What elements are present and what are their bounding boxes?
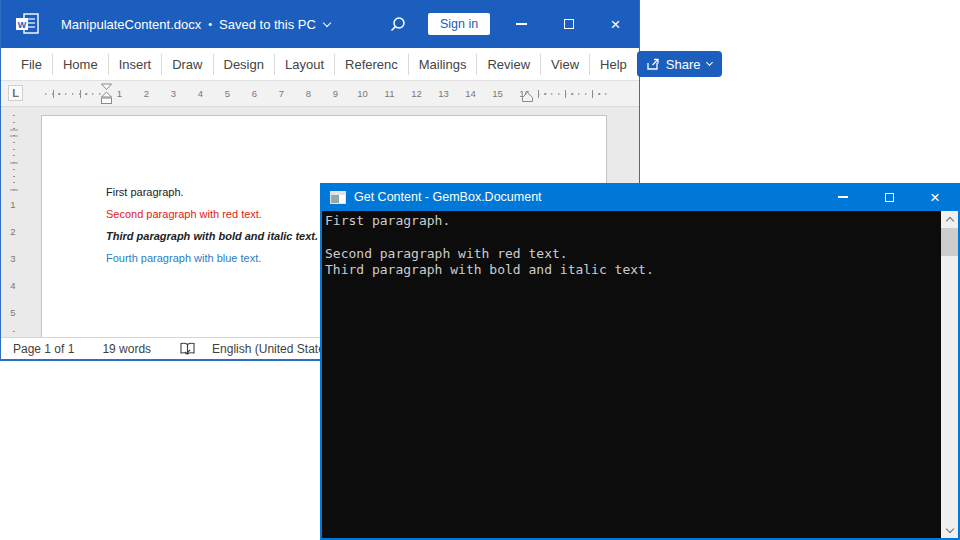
svg-text:W: W: [18, 20, 27, 30]
ruler-number: 8: [295, 84, 322, 104]
maximize-icon[interactable]: [866, 183, 912, 211]
document-name: ManipulateContent.docx: [61, 17, 201, 32]
proofing-check-icon[interactable]: [179, 342, 196, 356]
ribbon-tab[interactable]: File: [11, 54, 52, 75]
ribbon-tab[interactable]: Referenc: [334, 54, 408, 75]
ruler-number: 9: [322, 84, 349, 104]
console-output[interactable]: First paragraph.Second paragraph with re…: [322, 211, 941, 538]
word-app-icon[interactable]: W: [15, 13, 41, 35]
maximize-icon[interactable]: [545, 0, 592, 48]
console-line: First paragraph.: [325, 213, 941, 229]
ruler-number: 2: [6, 218, 20, 245]
ruler-number: 15: [484, 84, 511, 104]
sign-in-button[interactable]: Sign in: [428, 13, 490, 35]
chevron-down-icon[interactable]: [323, 18, 331, 26]
ruler-number: 7: [268, 84, 295, 104]
ruler-number: 6: [241, 84, 268, 104]
ribbon-tab[interactable]: Mailings: [408, 54, 477, 75]
word-titlebar: W ManipulateContent.docx • Saved to this…: [1, 0, 639, 48]
ruler-number: 3: [160, 84, 187, 104]
ruler-number: 5: [6, 299, 20, 326]
ruler-numbers: 12345678910111213141516: [106, 84, 538, 104]
word-count-status[interactable]: 19 words: [102, 342, 151, 356]
ruler-number: 5: [214, 84, 241, 104]
minimize-icon[interactable]: [498, 0, 545, 48]
console-line: Third paragraph with bold and italic tex…: [325, 262, 941, 278]
ruler-number: 13: [430, 84, 457, 104]
scroll-down-icon[interactable]: [941, 523, 958, 538]
ruler-number: 12: [403, 84, 430, 104]
ribbon-tab-bar: File Home Insert Draw Design Layout Refe…: [1, 48, 639, 81]
minimize-icon[interactable]: [820, 183, 866, 211]
console-line: [325, 229, 941, 245]
console-line: Second paragraph with red text.: [325, 246, 941, 262]
ribbon-tab[interactable]: Home: [52, 54, 108, 75]
ruler-number: 1: [6, 191, 20, 218]
console-window-controls: ×: [820, 183, 958, 211]
ribbon-tab[interactable]: Layout: [274, 54, 334, 75]
ruler-number: 4: [6, 272, 20, 299]
page-number-status[interactable]: Page 1 of 1: [13, 342, 74, 356]
share-button[interactable]: Share: [637, 51, 723, 77]
vertical-ruler-numbers: 12345: [6, 191, 20, 326]
indent-marker-left[interactable]: [100, 83, 113, 109]
console-title: Get Content - GemBox.Document: [354, 190, 542, 204]
close-icon[interactable]: ×: [912, 183, 958, 211]
ruler-number: 2: [133, 84, 160, 104]
word-window-controls: ×: [498, 0, 639, 48]
share-icon: [647, 58, 660, 70]
title-separator: •: [208, 18, 212, 30]
desktop: W ManipulateContent.docx • Saved to this…: [0, 0, 960, 540]
scroll-up-icon[interactable]: [941, 211, 958, 226]
ruler-number: 11: [376, 84, 403, 104]
language-status[interactable]: English (United States): [212, 342, 335, 356]
search-icon[interactable]: [389, 16, 407, 34]
console-scrollbar[interactable]: [941, 211, 958, 538]
ribbon-tab[interactable]: Draw: [161, 54, 212, 75]
save-status[interactable]: Saved to this PC: [219, 17, 316, 32]
scrollbar-thumb[interactable]: [941, 228, 958, 256]
ruler-number: 14: [457, 84, 484, 104]
tab-stop-selector[interactable]: L: [8, 85, 23, 101]
console-app-icon[interactable]: [330, 191, 346, 204]
ribbon-tab[interactable]: View: [540, 54, 589, 75]
ruler-number: 4: [187, 84, 214, 104]
console-window: Get Content - GemBox.Document × First pa…: [320, 183, 960, 540]
indent-marker-right[interactable]: [521, 89, 534, 107]
close-icon[interactable]: ×: [592, 0, 639, 48]
horizontal-ruler: L 12345678910111213141516: [1, 81, 639, 107]
window-title: ManipulateContent.docx • Saved to this P…: [61, 17, 330, 32]
ribbon-tab[interactable]: Help: [589, 54, 637, 75]
ruler-number: 10: [349, 84, 376, 104]
ribbon-tab[interactable]: Review: [476, 54, 540, 75]
ribbon-tab[interactable]: Design: [213, 54, 274, 75]
ribbon-tab[interactable]: Insert: [108, 54, 162, 75]
chevron-down-icon: [706, 59, 713, 66]
console-titlebar: Get Content - GemBox.Document ×: [322, 183, 958, 211]
share-label: Share: [666, 57, 701, 72]
ruler-number: 3: [6, 245, 20, 272]
